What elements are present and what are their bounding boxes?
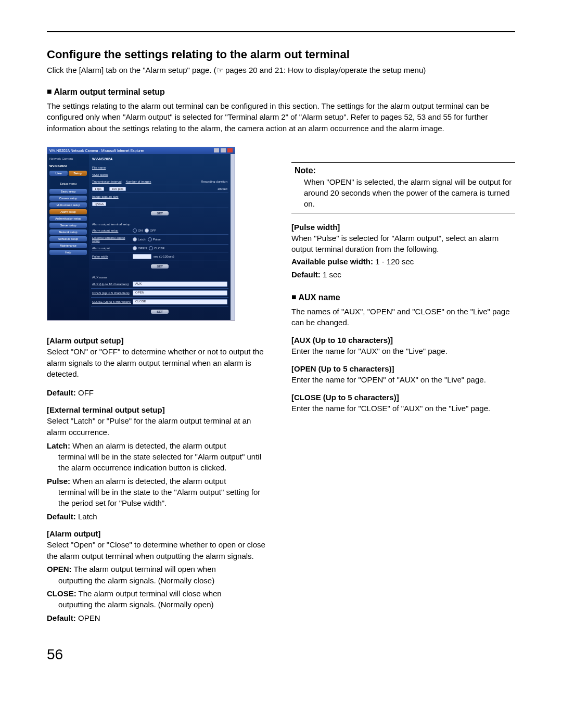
section-body: The settings relating to the alarm out t… xyxy=(47,100,515,134)
set-button-1[interactable]: SET xyxy=(151,211,169,215)
section-aux-name: ■ AUX name xyxy=(291,293,515,303)
def-pulse: Pulse: When an alarm is detected, the al… xyxy=(47,476,271,509)
head-open-field: [OPEN (Up to 5 characters)] xyxy=(291,364,515,373)
label-alarm-output: Alarm output xyxy=(92,247,133,250)
row-ext-terminal: External terminal output setup Latch Pul… xyxy=(91,235,228,245)
label-alarm-output-setup: Alarm output setup xyxy=(92,229,133,232)
group-alarm-output-terminal: Alarm output terminal setup xyxy=(91,220,228,227)
label-open-name: OPEN (Up to 5 characters) xyxy=(92,291,133,295)
sidebar: Network Camera WV-NS202A Live Setup Setu… xyxy=(47,154,89,320)
label-numimages: Number of images xyxy=(125,180,151,183)
set-button-3[interactable]: SET xyxy=(151,310,169,314)
page-top-rule xyxy=(47,31,515,32)
maximize-icon[interactable] xyxy=(221,148,226,152)
def-latch: Latch: When an alarm is detected, the al… xyxy=(47,440,271,474)
select-numimages[interactable]: 100 pics xyxy=(109,187,126,191)
default-alarm-output: Default: OPEN xyxy=(47,612,271,623)
menu-schedule-setup[interactable]: Schedule setup xyxy=(49,236,87,241)
close-icon[interactable] xyxy=(227,148,233,152)
select-capsize[interactable]: QVGA xyxy=(92,202,106,206)
row-close-name: CLOSE (Up to 5 characters) CLOSE xyxy=(91,298,228,306)
label-pulse-width: Pulse width xyxy=(92,255,133,258)
section-title-text: Alarm output terminal setup xyxy=(54,87,165,96)
radio-on[interactable]: ON xyxy=(133,228,143,233)
group-aux-name: AUX name xyxy=(91,273,228,280)
menu-server-setup[interactable]: Server setup xyxy=(49,223,87,228)
sidebar-model: WV-NS202A xyxy=(49,163,87,171)
radio-open[interactable]: OPEN xyxy=(133,246,147,250)
square-icon: ■ xyxy=(291,292,297,302)
row-aux-name: AUX (Up to 10 characters) AUX xyxy=(91,280,228,289)
text-close-field: Enter the name for "CLOSE" of "AUX" on t… xyxy=(291,403,515,414)
setup-menu-label: Setup menu xyxy=(49,180,87,187)
row-capsize: QVGA xyxy=(91,200,228,208)
scrollbar[interactable] xyxy=(231,154,235,320)
nav-live-button[interactable]: Live xyxy=(49,171,68,176)
section-alarm-output-terminal: ■ Alarm output terminal setup xyxy=(47,87,515,97)
row-transmission-vals: 1 fps 100 pics 100sec xyxy=(91,185,228,193)
main-panel: WV-NS202A File name VMD alarm Transmissi… xyxy=(89,154,231,320)
input-pulse-width[interactable] xyxy=(133,254,151,259)
menu-basic-setup[interactable]: Basic setup xyxy=(49,189,87,194)
text-alarm-output-setup: Select "ON" or "OFF" to determine whethe… xyxy=(47,346,271,380)
minimize-icon[interactable] xyxy=(214,148,219,152)
text-aux-field: Enter the name for "AUX" on the "Live" p… xyxy=(291,346,515,357)
available-pulse-width: Available pulse width: 1 - 120 sec xyxy=(291,256,515,267)
label-transmission: Transmission interval xyxy=(92,180,121,183)
label-aux-name: AUX (Up to 10 characters) xyxy=(92,283,133,286)
radio-latch[interactable]: Latch xyxy=(133,237,146,241)
menu-network-setup[interactable]: Network setup xyxy=(49,229,87,235)
input-open-name[interactable]: OPEN xyxy=(133,290,227,296)
row-alarm-output: Alarm output OPEN CLOSE xyxy=(91,245,228,252)
value-recdur: 100sec xyxy=(218,187,227,190)
label-ext-terminal: External terminal output setup xyxy=(92,236,133,242)
note-label: Note: xyxy=(295,166,316,175)
text-pulse-width: When "Pulse" is selected for "Alarm outp… xyxy=(291,233,515,256)
radio-off[interactable]: OFF xyxy=(145,228,156,233)
select-interval[interactable]: 1 fps xyxy=(92,187,104,191)
text-alarm-output: Select "Open" or "Close" to determine wh… xyxy=(47,539,271,562)
menu-help[interactable]: Help xyxy=(49,250,87,255)
link-image-capture-size[interactable]: Image capture size xyxy=(91,193,228,200)
panel-title: WV-NS202A xyxy=(91,156,228,164)
window-buttons xyxy=(213,148,233,153)
default-alarm-output-setup: Default: OFF xyxy=(47,387,271,398)
radio-close[interactable]: CLOSE xyxy=(149,246,164,250)
head-aux-field: [AUX (Up to 10 characters)] xyxy=(291,336,515,344)
radio-pulse[interactable]: Pulse xyxy=(148,237,161,241)
row-alarm-output-setup: Alarm output setup ON OFF xyxy=(91,227,228,235)
label-close-name: CLOSE (Up to 5 characters) xyxy=(92,300,133,303)
head-alarm-output-setup: [Alarm output setup] xyxy=(47,336,271,345)
window-titlebar: WV-NS202A Network Camera - Microsoft Int… xyxy=(47,147,235,154)
input-close-name[interactable]: CLOSE xyxy=(133,299,227,304)
row-transmission: Transmission interval Number of images R… xyxy=(91,178,228,185)
set-button-2[interactable]: SET xyxy=(151,264,169,269)
default-ext-terminal: Default: Latch xyxy=(47,511,271,522)
head-pulse-width: [Pulse width] xyxy=(291,223,515,232)
sidebar-model-label: Network Camera xyxy=(49,156,87,163)
menu-alarm-setup[interactable]: Alarm setup xyxy=(49,209,87,214)
menu-maintenance[interactable]: Maintenance xyxy=(49,243,87,248)
text-open-field: Enter the name for "OPEN" of "AUX" on th… xyxy=(291,374,515,386)
row-pulse-width: Pulse width sec (1-120sec) xyxy=(91,252,228,261)
nav-setup-button[interactable]: Setup xyxy=(69,171,87,176)
menu-authentication-setup[interactable]: Authentication setup xyxy=(49,216,87,221)
text-ext-terminal: Select "Latch" or "Pulse" for the alarm … xyxy=(47,415,271,438)
page-number: 56 xyxy=(47,646,515,663)
def-close: CLOSE: The alarm output terminal will cl… xyxy=(47,588,271,610)
head-ext-terminal: [External terminal output setup] xyxy=(47,405,271,414)
square-icon: ■ xyxy=(47,87,52,96)
link-vmd-alarm[interactable]: VMD alarm xyxy=(91,171,228,178)
def-open: OPEN: The alarm output terminal will ope… xyxy=(47,564,271,586)
note-box: Note: When "OPEN" is selected, the alarm… xyxy=(291,162,515,213)
text-aux-name: The names of "AUX", "OPEN" and "CLOSE" o… xyxy=(291,306,515,329)
link-file-name[interactable]: File name xyxy=(91,164,228,171)
menu-camera-setup[interactable]: Camera setup xyxy=(49,196,87,201)
head-close-field: [CLOSE (Up to 5 characters)] xyxy=(291,393,515,402)
head-alarm-output: [Alarm output] xyxy=(47,529,271,538)
input-aux-name[interactable]: AUX xyxy=(133,282,227,287)
row-open-name: OPEN (Up to 5 characters) OPEN xyxy=(91,289,228,298)
default-pulse-width: Default: 1 sec xyxy=(291,269,515,280)
menu-multiscreen-setup[interactable]: Multi-screen setup xyxy=(49,202,87,208)
label-recdur: Recording duration xyxy=(201,180,227,183)
